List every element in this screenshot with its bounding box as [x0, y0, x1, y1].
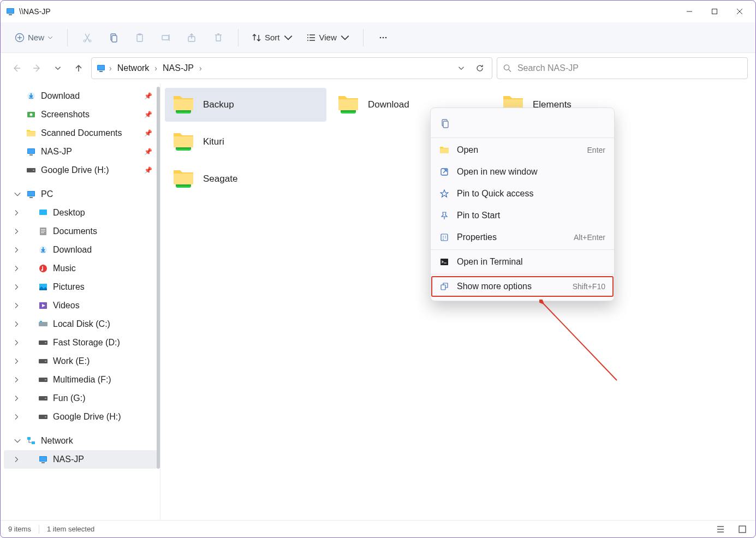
- ctx-terminal[interactable]: Open in Terminal: [431, 251, 614, 273]
- sidebar-item-music[interactable]: Music: [4, 259, 158, 278]
- folder-kituri[interactable]: Kituri: [165, 125, 326, 159]
- svg-rect-23: [162, 35, 169, 40]
- sidebar-item-videos[interactable]: Videos: [4, 296, 158, 315]
- svg-rect-41: [443, 121, 448, 128]
- chevron-down-icon: [340, 33, 350, 43]
- sidebar-item-desktop[interactable]: Desktop: [4, 204, 158, 222]
- window-title: \\NAS-JP: [19, 7, 51, 16]
- minimize-button[interactable]: [677, 3, 702, 20]
- recent-button[interactable]: [50, 60, 66, 76]
- chevron-down-icon: [283, 33, 293, 43]
- breadcrumb-network[interactable]: Network: [115, 62, 152, 74]
- new-window-icon: [439, 167, 449, 177]
- svg-rect-37: [40, 321, 42, 322]
- svg-rect-36: [39, 322, 47, 326]
- sidebar-item-download[interactable]: Download📌: [4, 87, 158, 105]
- sidebar-item-nasjp2[interactable]: NAS-JP: [4, 450, 158, 469]
- pin-icon: 📌: [144, 148, 152, 156]
- sort-label: Sort: [265, 33, 280, 42]
- ctx-copy-button[interactable]: [436, 115, 454, 132]
- view-label: View: [319, 33, 337, 42]
- ctx-open[interactable]: OpenEnter: [431, 139, 614, 161]
- paste-button[interactable]: [129, 27, 151, 49]
- sidebar-item-pictures[interactable]: Pictures: [4, 278, 158, 296]
- search-bar[interactable]: [497, 57, 748, 79]
- sidebar-item-download2[interactable]: Download: [4, 241, 158, 259]
- ctx-new-window[interactable]: Open in new window: [431, 161, 614, 183]
- sidebar-item-screenshots[interactable]: Screenshots📌: [4, 105, 158, 124]
- svg-point-27: [385, 37, 386, 38]
- app-icon: [6, 8, 15, 15]
- terminal-icon: [439, 257, 449, 267]
- close-button[interactable]: [727, 3, 752, 20]
- back-button[interactable]: [8, 60, 25, 76]
- up-button[interactable]: [70, 60, 87, 76]
- context-menu: OpenEnter Open in new window Pin to Quic…: [430, 107, 615, 301]
- pin-icon: [439, 211, 449, 220]
- folder-backup[interactable]: Backup: [165, 88, 326, 122]
- sidebar-item-nasjp[interactable]: NAS-JP📌: [4, 142, 158, 161]
- sidebar-item-e[interactable]: Work (E:): [4, 352, 158, 370]
- new-label: New: [28, 33, 44, 42]
- sidebar-item-pc[interactable]: PC: [4, 185, 158, 204]
- svg-point-33: [41, 270, 43, 271]
- forward-button[interactable]: [29, 60, 45, 76]
- delete-button[interactable]: [207, 27, 229, 49]
- share-button[interactable]: [181, 27, 203, 49]
- svg-point-25: [379, 37, 381, 38]
- refresh-button[interactable]: [472, 61, 487, 76]
- sidebar-item-h[interactable]: Google Drive (H:): [4, 408, 158, 426]
- search-icon: [503, 63, 512, 73]
- sidebar-item-gdrive[interactable]: Google Drive (H:)📌: [4, 161, 158, 180]
- plus-circle-icon: [15, 33, 25, 43]
- view-icon: [306, 33, 316, 43]
- folder-seagate[interactable]: Seagate: [165, 162, 326, 196]
- expand-icon: [439, 282, 449, 291]
- status-items: 9 items: [8, 525, 31, 533]
- sidebar-item-network[interactable]: Network: [4, 432, 158, 450]
- copy-button[interactable]: [103, 27, 124, 49]
- ctx-show-more[interactable]: Show more optionsShift+F10: [431, 276, 614, 297]
- cut-button[interactable]: [76, 27, 98, 49]
- sidebar-item-g[interactable]: Fun (G:): [4, 389, 158, 408]
- sort-button[interactable]: Sort: [247, 29, 297, 46]
- chevron-right-icon: ›: [109, 64, 112, 73]
- monitor-icon: [96, 64, 106, 72]
- new-button[interactable]: New: [9, 29, 58, 46]
- svg-rect-45: [441, 285, 445, 290]
- rename-button[interactable]: [155, 27, 177, 49]
- sidebar-item-c[interactable]: Local Disk (C:): [4, 315, 158, 333]
- sidebar-item-scanned[interactable]: Scanned Documents📌: [4, 124, 158, 142]
- view-button[interactable]: View: [302, 29, 354, 46]
- ctx-pin-start[interactable]: Pin to Start: [431, 205, 614, 226]
- svg-rect-38: [27, 437, 31, 440]
- search-input[interactable]: [517, 63, 742, 73]
- pin-icon: 📌: [144, 166, 152, 174]
- svg-rect-47: [739, 526, 746, 533]
- more-button[interactable]: [372, 27, 394, 49]
- ctx-pin-quick[interactable]: Pin to Quick access: [431, 183, 614, 205]
- svg-rect-15: [712, 9, 717, 14]
- svg-rect-44: [440, 259, 448, 265]
- address-bar[interactable]: › Network › NAS-JP ›: [91, 57, 492, 79]
- history-dropdown[interactable]: [454, 61, 469, 76]
- star-icon: [439, 189, 449, 199]
- svg-rect-39: [32, 441, 35, 444]
- svg-rect-43: [441, 234, 448, 241]
- ctx-properties[interactable]: PropertiesAlt+Enter: [431, 226, 614, 248]
- svg-rect-20: [112, 35, 117, 42]
- titlebar: \\NAS-JP: [1, 1, 755, 22]
- sidebar-item-f[interactable]: Multimedia (F:): [4, 370, 158, 389]
- large-icons-button[interactable]: [737, 524, 748, 535]
- svg-point-26: [382, 37, 384, 38]
- svg-rect-31: [39, 210, 47, 215]
- main-area: Backup Download Elements Kituri Public S…: [160, 83, 755, 520]
- maximize-button[interactable]: [702, 3, 727, 20]
- sidebar-item-d[interactable]: Fast Storage (D:): [4, 333, 158, 352]
- breadcrumb-current[interactable]: NAS-JP: [160, 62, 196, 74]
- details-view-button[interactable]: [715, 524, 726, 535]
- chevron-right-icon: ›: [199, 64, 202, 73]
- pin-icon: 📌: [144, 129, 152, 137]
- pin-icon: 📌: [144, 111, 152, 118]
- sidebar-item-documents[interactable]: Documents: [4, 222, 158, 241]
